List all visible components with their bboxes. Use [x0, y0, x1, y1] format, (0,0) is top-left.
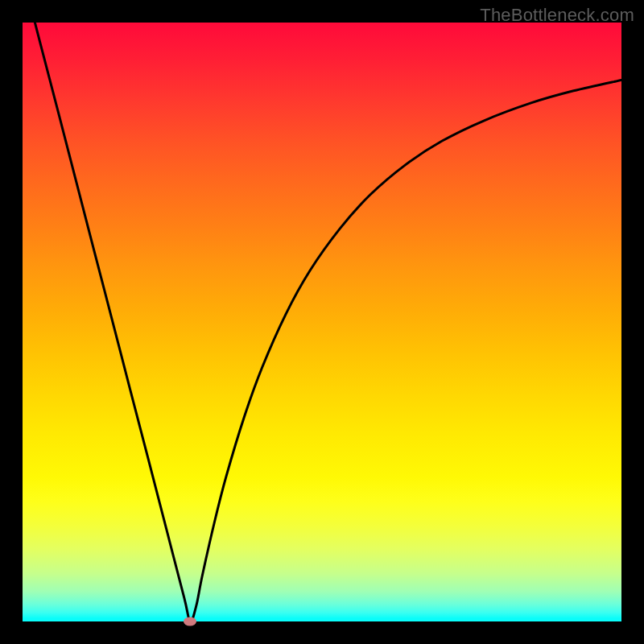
watermark-label: TheBottleneck.com [480, 5, 634, 26]
bottleneck-curve [23, 23, 621, 621]
chart-container: TheBottleneck.com [0, 0, 644, 644]
plot-area [23, 23, 621, 621]
minimum-point-dot [184, 617, 196, 626]
